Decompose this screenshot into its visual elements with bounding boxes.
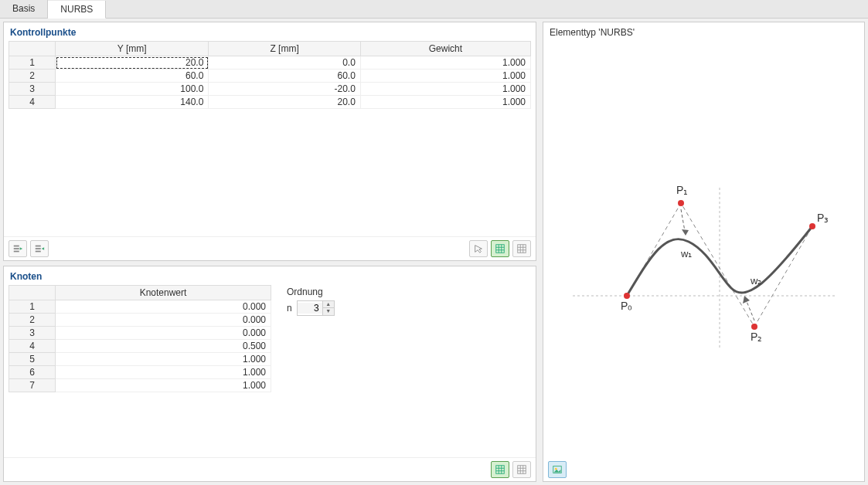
table-row[interactable]: 61.000 <box>9 366 271 379</box>
col-gewicht: Gewicht <box>360 42 530 56</box>
table-row[interactable]: 1 20.0 0.0 1.000 <box>9 56 531 70</box>
table-row[interactable]: 10.000 <box>9 300 271 314</box>
ordnung-letter: n <box>287 303 292 314</box>
table-row[interactable]: 20.000 <box>9 314 271 327</box>
excel-export-button[interactable] <box>491 461 509 478</box>
svg-rect-21 <box>518 466 526 474</box>
ordnung-up-button[interactable]: ▲ <box>323 301 334 308</box>
tab-bar: Basis NURBS <box>0 0 868 19</box>
kontrollpunkte-title: Kontrollpunkte <box>4 22 536 41</box>
svg-point-35 <box>809 223 815 229</box>
svg-rect-4 <box>36 248 41 249</box>
svg-point-32 <box>624 293 630 299</box>
svg-rect-2 <box>14 251 19 253</box>
svg-rect-11 <box>518 245 526 253</box>
elementtyp-title: Elementtyp 'NURBS' <box>543 22 864 41</box>
ordnung-input[interactable] <box>298 303 322 314</box>
nurbs-diagram: P₀ P₁ P₂ P₃ w₁ w₂ <box>565 141 843 358</box>
tab-nurbs[interactable]: NURBS <box>48 1 106 19</box>
svg-rect-5 <box>36 251 41 253</box>
image-options-button[interactable] <box>548 461 567 478</box>
knoten-title: Knoten <box>4 266 536 285</box>
svg-rect-1 <box>14 248 19 249</box>
svg-rect-16 <box>496 466 505 474</box>
svg-rect-0 <box>14 246 19 247</box>
label-p2: P₂ <box>751 331 762 343</box>
knoten-panel: Knoten Knotenwert 10.000 20.000 <box>3 266 536 482</box>
svg-point-37 <box>555 468 557 470</box>
svg-marker-31 <box>743 296 750 304</box>
ordnung-down-button[interactable]: ▼ <box>323 308 334 315</box>
insert-row-before-button[interactable] <box>9 240 27 257</box>
svg-point-33 <box>678 200 684 206</box>
pick-point-button[interactable] <box>469 240 488 257</box>
col-z: Z [mm] <box>209 42 361 56</box>
label-p1: P₁ <box>676 184 688 196</box>
tab-basis[interactable]: Basis <box>0 0 48 18</box>
elementtyp-panel: Elementtyp 'NURBS' <box>543 22 865 482</box>
table-row[interactable]: 40.500 <box>9 340 271 353</box>
excel-import-button[interactable] <box>512 240 531 257</box>
ordnung-group: Ordnung n ▲ ▼ <box>287 285 335 457</box>
ordnung-spinner[interactable]: ▲ ▼ <box>297 300 335 316</box>
table-row[interactable]: 3 100.0 -20.0 1.000 <box>9 83 531 96</box>
svg-marker-29 <box>682 229 689 236</box>
svg-rect-3 <box>36 246 41 247</box>
knoten-table[interactable]: Knotenwert 10.000 20.000 30.000 40.500 5… <box>9 285 271 392</box>
table-row[interactable]: 4 140.0 20.0 1.000 <box>9 96 531 109</box>
excel-export-button[interactable] <box>491 240 509 257</box>
kontrollpunkte-panel: Kontrollpunkte Y [mm] Z [mm] Gewicht 1 <box>3 22 536 261</box>
label-w2: w₂ <box>750 275 761 287</box>
kontrollpunkte-toolbar <box>4 236 536 260</box>
table-row[interactable]: 51.000 <box>9 353 271 366</box>
table-row[interactable]: 30.000 <box>9 327 271 340</box>
excel-import-button[interactable] <box>512 461 531 478</box>
knoten-toolbar <box>4 457 536 481</box>
ordnung-label: Ordnung <box>287 287 335 297</box>
insert-row-after-button[interactable] <box>30 240 49 257</box>
label-w1: w₁ <box>680 248 692 259</box>
svg-rect-6 <box>496 245 505 253</box>
svg-point-34 <box>751 324 757 330</box>
col-y: Y [mm] <box>56 42 209 56</box>
label-p0: P₀ <box>621 300 632 312</box>
table-row[interactable]: 71.000 <box>9 379 271 392</box>
col-knotenwert: Knotenwert <box>56 286 271 300</box>
kontrollpunkte-table[interactable]: Y [mm] Z [mm] Gewicht 1 20.0 0.0 1.000 <box>9 41 531 109</box>
label-p3: P₃ <box>817 212 829 224</box>
table-row[interactable]: 2 60.0 60.0 1.000 <box>9 70 531 83</box>
